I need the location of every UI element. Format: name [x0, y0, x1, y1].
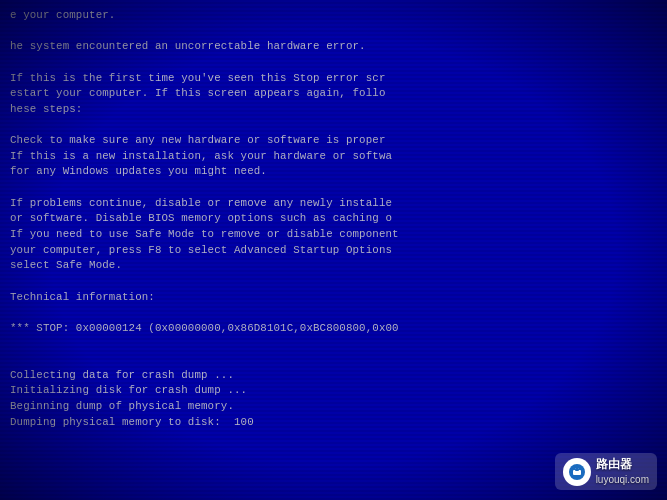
- watermark-site-name: 路由器: [596, 457, 649, 473]
- watermark-site-url: luyouqi.com: [596, 473, 649, 486]
- bsod-screen: e your computer. he system encountered a…: [0, 0, 667, 500]
- svg-rect-3: [575, 468, 579, 471]
- watermark: 路由器 luyouqi.com: [555, 453, 657, 490]
- watermark-text: 路由器 luyouqi.com: [596, 457, 649, 486]
- bsod-text-content: e your computer. he system encountered a…: [0, 0, 667, 500]
- watermark-icon: [563, 458, 591, 486]
